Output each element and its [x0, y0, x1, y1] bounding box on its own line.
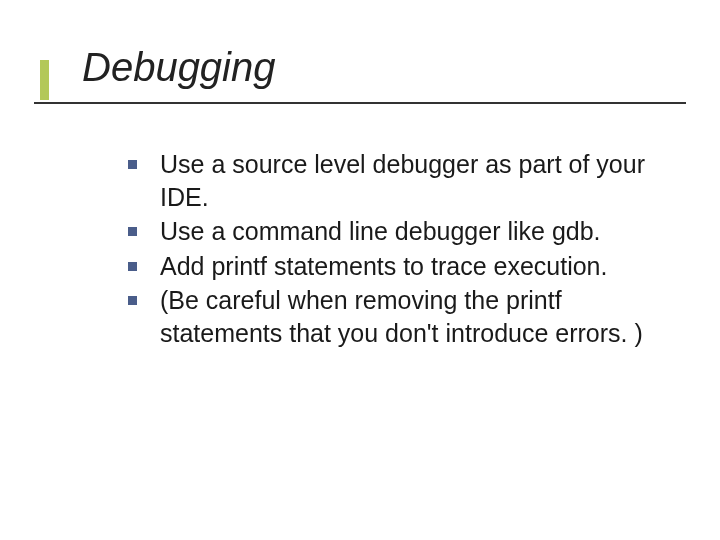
title-area: Debugging [34, 46, 686, 104]
slide: Debugging Use a source level debugger as… [0, 0, 720, 540]
bullet-list: Use a source level debugger as part of y… [120, 148, 680, 349]
title-divider [34, 102, 686, 104]
list-item: Use a source level debugger as part of y… [120, 148, 680, 213]
slide-title: Debugging [34, 46, 686, 88]
list-item: Add printf statements to trace execution… [120, 250, 680, 283]
list-item: (Be careful when removing the printf sta… [120, 284, 680, 349]
title-accent-bar [40, 60, 49, 100]
body-area: Use a source level debugger as part of y… [120, 148, 680, 351]
list-item: Use a command line debugger like gdb. [120, 215, 680, 248]
